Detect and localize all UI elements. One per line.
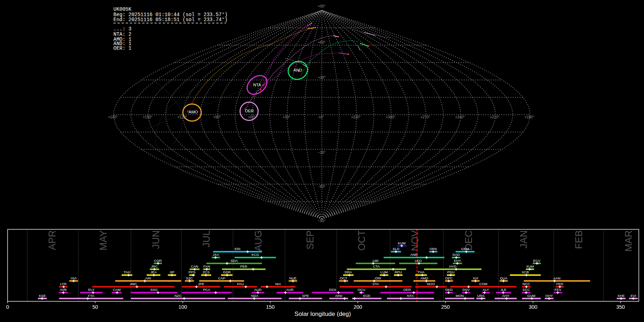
svg-text:APR: APR: [47, 230, 58, 250]
svg-text:XCB: XCB: [522, 270, 529, 274]
svg-text:AVB: AVB: [60, 288, 67, 292]
svg-text:DAD: DAD: [453, 253, 460, 257]
svg-text:SPE: SPE: [302, 294, 309, 298]
svg-text:JPE: JPE: [198, 282, 204, 286]
svg-text:GUM: GUM: [527, 294, 536, 298]
svg-text:Solar longitude (deg): Solar longitude (deg): [294, 311, 351, 317]
svg-text:100: 100: [179, 304, 187, 310]
svg-text:+60°: +60°: [318, 40, 326, 44]
svg-text:SLD: SLD: [392, 247, 399, 251]
svg-text:NOV: NOV: [410, 230, 420, 252]
svg-text:OCU: OCU: [358, 288, 366, 292]
svg-text:AUD: AUD: [254, 288, 262, 292]
svg-text:FEV: FEV: [555, 288, 561, 292]
svg-text:NUE: NUE: [289, 276, 297, 280]
svg-text:AMO: AMO: [420, 276, 429, 280]
svg-text:COR: COR: [154, 259, 162, 263]
svg-text:SDA: SDA: [231, 259, 238, 263]
svg-text:NTA: NTA: [407, 294, 414, 298]
svg-text:+90°: +90°: [318, 4, 326, 8]
svg-text:DSV: DSV: [463, 288, 470, 292]
svg-text:OER: 1: OER: 1: [113, 45, 131, 51]
svg-text:HYD: HYD: [449, 264, 456, 268]
svg-text:AUG: AUG: [253, 230, 264, 252]
svg-text:SZC: SZC: [186, 276, 193, 280]
svg-text:OER: OER: [245, 109, 254, 113]
svg-text:OCT: OCT: [356, 230, 367, 251]
svg-text:EHY: EHY: [454, 259, 461, 263]
svg-text:DKD: DKD: [445, 288, 453, 292]
svg-text:ORS: ORS: [430, 247, 438, 251]
svg-text:150: 150: [266, 304, 274, 310]
svg-text:RPU: RPU: [395, 270, 402, 274]
svg-text:−60°: −60°: [318, 185, 326, 189]
svg-text:CAM: CAM: [113, 288, 121, 292]
svg-text:+330°: +330°: [351, 115, 361, 119]
svg-text:FTA: FTA: [88, 294, 94, 298]
svg-text:MAY: MAY: [98, 230, 109, 251]
svg-text:XUM: XUM: [526, 264, 534, 268]
svg-text:OHY: OHY: [545, 294, 553, 298]
svg-text:LYR: LYR: [60, 282, 67, 286]
svg-text:End: 20251116 05:18:51 (sol =: End: 20251116 05:18:51 (sol = 233.74°): [113, 17, 228, 23]
svg-text:ERI: ERI: [235, 247, 240, 251]
svg-text:MAR: MAR: [623, 230, 634, 252]
svg-text:CTA: CTA: [373, 264, 380, 268]
svg-text:AND: AND: [293, 68, 302, 72]
svg-text:KSE: KSE: [39, 294, 46, 298]
svg-text:DSX: DSX: [329, 288, 336, 292]
svg-text:JRC: JRC: [151, 264, 158, 268]
svg-text:AHY: AHY: [502, 294, 509, 298]
svg-text:350: 350: [616, 304, 625, 310]
svg-text:STA: STA: [372, 282, 379, 286]
svg-text:PAU: PAU: [237, 282, 244, 286]
svg-text:+210°: +210°: [490, 115, 499, 119]
svg-text:AND: AND: [410, 253, 418, 257]
svg-text:NCC: NCC: [523, 282, 530, 286]
svg-text:CAN: CAN: [191, 264, 198, 268]
svg-text:ALY: ALY: [483, 288, 489, 292]
svg-text:+30°: +30°: [318, 75, 326, 79]
svg-text:EGE: EGE: [363, 294, 371, 298]
svg-text:DRA: DRA: [345, 270, 352, 274]
svg-text:ARD: ARD: [335, 294, 342, 298]
svg-text:DPC: DPC: [445, 276, 453, 280]
svg-text:QUA: QUA: [500, 276, 508, 280]
svg-text:AMO: AMO: [189, 110, 198, 114]
svg-text:SCC: SCC: [522, 288, 530, 292]
svg-text:JXA: JXA: [213, 253, 219, 257]
svg-text:+240°: +240°: [455, 115, 465, 119]
svg-text:+180°: +180°: [108, 115, 118, 119]
svg-text:AAN: AAN: [553, 276, 561, 280]
svg-text:+180°: +180°: [525, 115, 534, 119]
svg-text:GDR: GDR: [223, 270, 231, 274]
svg-text:+90°: +90°: [213, 115, 221, 119]
svg-text:GEM: GEM: [461, 247, 469, 251]
svg-text:300: 300: [529, 304, 537, 310]
svg-text:50: 50: [92, 304, 98, 310]
svg-text:ORI: ORI: [375, 276, 381, 280]
svg-text:FED: FED: [556, 282, 563, 286]
svg-text:−30°: −30°: [318, 151, 326, 155]
svg-text:NTA: NTA: [253, 83, 261, 87]
svg-text:THA: THA: [418, 270, 425, 274]
svg-text:TAH: TAH: [124, 270, 131, 274]
svg-text:HVI: HVI: [71, 276, 77, 280]
svg-text:JAN: JAN: [518, 230, 529, 249]
svg-text:EVI: EVI: [630, 294, 636, 298]
svg-text:SEP: SEP: [305, 230, 316, 250]
svg-text:SSG: SSG: [150, 288, 157, 292]
svg-text:JLE: JLE: [501, 288, 507, 292]
svg-text:+300°: +300°: [386, 115, 395, 119]
svg-text:ECV: ECV: [533, 259, 540, 263]
svg-text:MON: MON: [456, 294, 464, 298]
svg-text:NIA: NIA: [275, 282, 281, 286]
svg-text:+270°: +270°: [420, 115, 430, 119]
svg-text:250: 250: [441, 304, 450, 310]
svg-text:JEA: JEA: [150, 270, 157, 274]
svg-text:JMC: JMC: [130, 282, 137, 286]
svg-text:+150°: +150°: [143, 115, 152, 119]
svg-text:ELY: ELY: [88, 288, 95, 292]
svg-text:OCT: OCT: [340, 276, 347, 280]
svg-text:0: 0: [6, 304, 9, 310]
